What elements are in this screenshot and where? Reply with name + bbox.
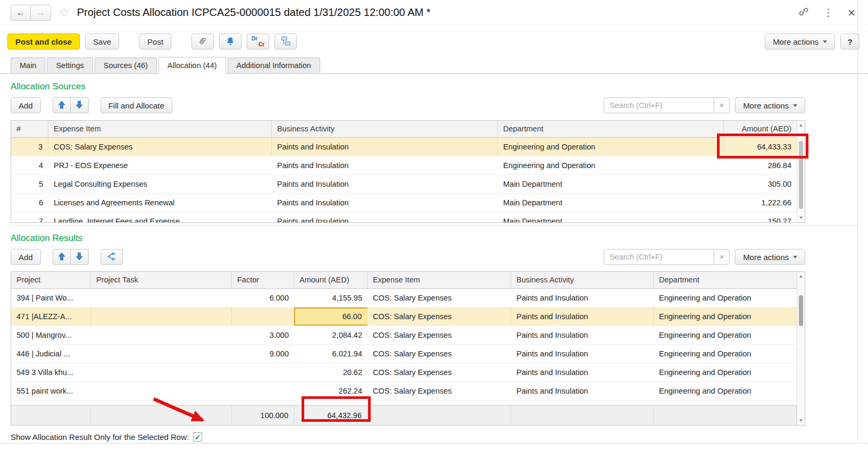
cell-department[interactable]: Main Department — [498, 212, 724, 223]
cell-expense-item[interactable]: COS: Salary Expenses — [368, 382, 511, 400]
back-button[interactable]: ← — [11, 5, 31, 21]
sources-search-input[interactable] — [604, 97, 714, 113]
post-button[interactable]: Post — [139, 34, 171, 49]
kebab-menu-icon[interactable]: ⋮ — [823, 6, 833, 19]
table-row[interactable]: 7 Landline, Internet Fees and Expense Pa… — [11, 212, 805, 223]
cell-department[interactable]: Engineering and Operation — [498, 138, 724, 156]
scrollbar-thumb[interactable] — [799, 141, 803, 209]
sources-move-down-button[interactable] — [71, 97, 89, 113]
cell-amount[interactable]: 6,021.94 — [294, 345, 368, 363]
scroll-up-icon[interactable] — [799, 124, 803, 127]
cell-amount[interactable]: 305.00 — [724, 175, 797, 193]
table-row[interactable]: 4 PRJ - EOS Expenese Paints and Insulati… — [11, 156, 805, 175]
cell-project[interactable]: 551 paint work... — [11, 382, 91, 400]
col-header-num[interactable]: # — [11, 121, 48, 137]
sources-more-actions-button[interactable]: More actions — [735, 97, 805, 113]
cell-business-activity[interactable]: Paints and Insulation — [511, 307, 654, 326]
cell-expense-item[interactable]: COS: Salary Expenses — [368, 326, 511, 344]
table-row-selected[interactable]: 471 |ALEZZ-A... 66.00 COS: Salary Expens… — [11, 307, 805, 326]
cell-business-activity[interactable]: Paints and Insulation — [272, 156, 498, 174]
close-icon[interactable]: × — [848, 6, 855, 19]
col-header-expense-item[interactable]: Expense Item — [368, 272, 511, 288]
cell-factor[interactable]: 9.000 — [232, 345, 294, 363]
cell-project[interactable]: 394 | Paint Wo... — [11, 289, 91, 307]
cell-department[interactable]: Engineering and Operation — [654, 363, 797, 381]
table-row[interactable]: 5 Legal Consulting Expenses Paints and I… — [11, 175, 805, 194]
table-row[interactable]: 549 3 Villa khu... 20.62 COS: Salary Exp… — [11, 363, 805, 382]
tab-settings[interactable]: Settings — [47, 57, 93, 73]
cell-num[interactable]: 3 — [11, 138, 48, 156]
cell-project-task[interactable] — [91, 307, 232, 326]
scrollbar-thumb[interactable] — [799, 295, 803, 326]
col-header-factor[interactable]: Factor — [232, 272, 294, 288]
reminder-button[interactable] — [219, 34, 241, 49]
cell-expense-item[interactable]: Legal Consulting Expenses — [48, 175, 272, 193]
cell-project[interactable]: 471 |ALEZZ-A... — [11, 307, 91, 326]
cell-project-task[interactable] — [91, 382, 232, 400]
cell-business-activity[interactable]: Paints and Insulation — [511, 289, 654, 307]
cell-amount[interactable]: 262.24 — [294, 382, 368, 400]
document-structure-button[interactable] — [274, 34, 297, 49]
cell-project[interactable]: 549 3 Villa khu... — [11, 363, 91, 381]
cell-project-task[interactable] — [91, 289, 232, 307]
cell-department[interactable]: Engineering and Operation — [654, 326, 797, 344]
cell-num[interactable]: 7 — [11, 212, 48, 223]
allocate-button[interactable] — [101, 249, 123, 265]
help-button[interactable]: ? — [840, 34, 859, 49]
window-more-actions-button[interactable]: More actions — [765, 34, 835, 49]
cell-expense-item[interactable]: COS: Salary Expenses — [368, 307, 511, 326]
attachments-button[interactable] — [191, 34, 214, 49]
table-row[interactable]: 394 | Paint Wo... 6.000 4,155.95 COS: Sa… — [11, 289, 805, 307]
cell-business-activity[interactable]: Paints and Insulation — [272, 138, 498, 156]
cell-department[interactable]: Engineering and Operation — [654, 382, 797, 400]
cell-factor[interactable] — [232, 363, 294, 381]
cell-department[interactable]: Engineering and Operation — [498, 156, 724, 174]
cell-factor[interactable] — [232, 382, 294, 400]
cell-factor[interactable]: 6.000 — [232, 289, 294, 307]
results-vertical-scrollbar[interactable] — [797, 272, 805, 425]
cell-department[interactable]: Main Department — [498, 175, 724, 193]
cell-factor[interactable]: 3.000 — [232, 326, 294, 344]
cell-project-task[interactable] — [91, 326, 232, 344]
cell-business-activity[interactable]: Paints and Insulation — [511, 363, 654, 381]
cell-business-activity[interactable]: Paints and Insulation — [511, 345, 654, 363]
results-move-down-button[interactable] — [71, 249, 89, 265]
tab-sources[interactable]: Sources (46) — [95, 57, 157, 73]
tab-additional-information[interactable]: Additional Information — [228, 57, 320, 73]
section-splitter[interactable] — [11, 225, 857, 226]
cell-department[interactable]: Engineering and Operation — [654, 307, 797, 326]
table-row[interactable]: 446 | Judicial ... 9.000 6,021.94 COS: S… — [11, 345, 805, 363]
col-header-business-activity[interactable]: Business Activity — [511, 272, 654, 288]
cell-expense-item[interactable]: Licenses and Agreements Renewal — [48, 194, 272, 212]
cell-amount[interactable]: 2,084.42 — [294, 326, 368, 344]
cell-project-task[interactable] — [91, 363, 232, 381]
results-more-actions-button[interactable]: More actions — [735, 249, 805, 265]
sources-add-button[interactable]: Add — [11, 97, 41, 113]
post-and-close-button[interactable]: Post and close — [7, 34, 80, 49]
cell-num[interactable]: 4 — [11, 156, 48, 174]
col-header-business-activity[interactable]: Business Activity — [272, 121, 498, 137]
cell-amount-selected[interactable]: 66.00 — [294, 307, 368, 326]
results-move-up-button[interactable] — [53, 249, 71, 265]
cell-expense-item[interactable]: PRJ - EOS Expenese — [48, 156, 272, 174]
col-header-amount[interactable]: Amount (AED) — [724, 121, 797, 137]
cell-business-activity[interactable]: Paints and Insulation — [272, 175, 498, 193]
cell-project[interactable]: 446 | Judicial ... — [11, 345, 91, 363]
table-row[interactable]: 3 COS: Salary Expenses Paints and Insula… — [11, 138, 805, 156]
dr-cr-postings-button[interactable]: Dr Cr — [247, 34, 269, 49]
tab-main[interactable]: Main — [11, 57, 45, 73]
cell-num[interactable]: 6 — [11, 194, 48, 212]
col-header-expense-item[interactable]: Expense Item — [48, 121, 272, 137]
cell-department[interactable]: Engineering and Operation — [654, 289, 797, 307]
cell-business-activity[interactable]: Paints and Insulation — [511, 326, 654, 344]
results-search-input[interactable] — [604, 249, 714, 265]
scroll-down-icon[interactable] — [799, 216, 803, 219]
cell-project[interactable]: 500 | Mangrov... — [11, 326, 91, 344]
col-header-amount[interactable]: Amount (AED) — [294, 272, 368, 288]
table-row[interactable]: 6 Licenses and Agreements Renewal Paints… — [11, 194, 805, 212]
cell-business-activity[interactable]: Paints and Insulation — [272, 194, 498, 212]
cell-expense-item[interactable]: COS: Salary Expenses — [368, 345, 511, 363]
cell-business-activity[interactable]: Paints and Insulation — [511, 382, 654, 400]
sources-search-clear-button[interactable]: × — [714, 97, 730, 113]
cell-amount[interactable]: 4,155.95 — [294, 289, 368, 307]
